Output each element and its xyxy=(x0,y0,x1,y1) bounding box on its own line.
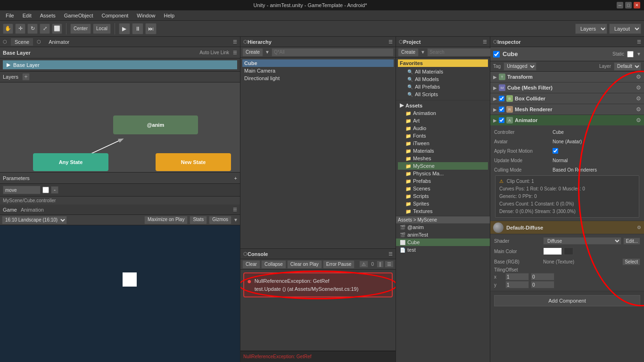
game-panel-menu[interactable]: ▼ xyxy=(233,217,238,222)
stats-btn[interactable]: Stats xyxy=(190,216,207,224)
mesh-filter-header[interactable]: ▶ M Cube (Mesh Filter) ⚙ xyxy=(490,82,644,93)
mesh-renderer-gear[interactable]: ⚙ xyxy=(636,106,641,113)
create-arrow[interactable]: ▼ xyxy=(421,49,425,55)
project-search[interactable] xyxy=(427,48,492,57)
myscene-cube[interactable]: ⬜ Cube xyxy=(396,239,490,246)
animator-menu[interactable]: ☰ xyxy=(233,50,237,55)
rect-tool[interactable]: ⬜ xyxy=(52,24,62,34)
asset-itween[interactable]: 📁 iTween xyxy=(398,140,488,147)
tiling-x-input[interactable] xyxy=(505,273,529,280)
rotate-tool[interactable]: ↻ xyxy=(27,24,38,34)
animation-tab[interactable]: Animation xyxy=(21,207,44,213)
animator-comp-checkbox[interactable] xyxy=(499,117,504,123)
asset-animation[interactable]: 📁 Animation xyxy=(398,109,488,117)
gizmos-btn[interactable]: Gizmos xyxy=(209,216,231,224)
console-collapse-btn[interactable]: ‖ xyxy=(377,261,384,268)
create-button[interactable]: Create xyxy=(242,48,263,57)
myscene-test[interactable]: 📄 test xyxy=(396,246,490,254)
myscene-animtest[interactable]: 🎬 animTest xyxy=(396,231,490,239)
minimize-button[interactable]: ─ xyxy=(617,2,623,8)
menu-window[interactable]: Window xyxy=(133,12,159,19)
fav-all-materials[interactable]: 🔍 All Materials xyxy=(398,68,488,75)
step-button[interactable]: ⏭ xyxy=(145,23,157,34)
add-param-button[interactable]: + xyxy=(234,175,237,181)
box-collider-header[interactable]: ▶ B Box Collider ⚙ xyxy=(490,93,644,104)
state-anim[interactable]: @anim xyxy=(113,115,198,134)
param-name-input[interactable] xyxy=(3,186,41,194)
move-tool[interactable]: ✛ xyxy=(15,24,25,34)
error-pause-button[interactable]: Error Pause xyxy=(323,260,355,269)
hier-cube[interactable]: Cube xyxy=(242,59,394,67)
state-any[interactable]: Any State xyxy=(33,153,108,171)
scene-tab[interactable]: Scene xyxy=(11,38,33,46)
mesh-renderer-header[interactable]: ▶ R Mesh Renderer ⚙ xyxy=(490,104,644,115)
game-menu[interactable]: ☰ xyxy=(233,207,237,212)
param-remove-button[interactable]: - xyxy=(51,186,58,194)
shader-select[interactable]: Diffuse xyxy=(543,237,621,245)
offset-y-input[interactable] xyxy=(531,281,554,288)
fav-all-prefabs[interactable]: 🔍 All Prefabs xyxy=(398,83,488,90)
layers-dropdown[interactable]: Layers xyxy=(575,24,607,34)
mesh-filter-gear[interactable]: ⚙ xyxy=(636,84,641,91)
tiling-y-input[interactable] xyxy=(505,281,529,288)
clear-button[interactable]: Clear xyxy=(242,260,260,269)
asset-sprites[interactable]: 📁 Sprites xyxy=(398,200,488,207)
layout-dropdown[interactable]: Layout xyxy=(609,24,641,34)
assets-header[interactable]: ▶ Assets xyxy=(398,101,488,109)
console-expand-btn[interactable]: ☰ xyxy=(385,261,394,268)
local-button[interactable]: Local xyxy=(93,24,111,34)
scale-tool[interactable]: ⤢ xyxy=(40,24,50,34)
maximize-on-play-btn[interactable]: Maximize on Play xyxy=(144,216,188,224)
menu-edit[interactable]: Edit xyxy=(19,12,35,19)
animator-comp-gear[interactable]: ⚙ xyxy=(636,117,641,123)
hierarchy-menu[interactable]: ☰ xyxy=(388,39,393,44)
menu-file[interactable]: File xyxy=(2,12,18,19)
create-dropdown-arrow[interactable]: ▼ xyxy=(265,49,270,55)
clear-on-play-button[interactable]: Clear on Play xyxy=(287,260,322,269)
inspector-menu[interactable]: ☰ xyxy=(637,39,641,44)
apply-root-checkbox[interactable] xyxy=(553,148,558,154)
add-layer-button[interactable]: + xyxy=(22,73,30,81)
asset-physics[interactable]: 📁 Physics Ma... xyxy=(398,170,488,177)
asset-materials[interactable]: 📁 Materials xyxy=(398,147,488,155)
console-menu[interactable]: ☰ xyxy=(388,251,393,256)
animator-tab[interactable]: Animator xyxy=(45,38,73,46)
close-button[interactable]: ✕ xyxy=(634,2,640,8)
asset-audio[interactable]: 📁 Audio xyxy=(398,124,488,132)
state-new[interactable]: New State xyxy=(156,153,231,171)
offset-x-input[interactable] xyxy=(531,273,554,280)
asset-myscene[interactable]: 📁 MyScene xyxy=(398,162,488,170)
myscene-anim[interactable]: 🎬 @anim xyxy=(396,223,490,231)
menu-gameobject[interactable]: GameObject xyxy=(60,12,97,19)
box-collider-gear[interactable]: ⚙ xyxy=(636,95,641,102)
fav-all-scripts[interactable]: 🔍 All Scripts xyxy=(398,90,488,98)
project-menu[interactable]: ☰ xyxy=(483,39,487,44)
menu-help[interactable]: Help xyxy=(160,12,178,19)
collapse-button[interactable]: Collapse xyxy=(261,260,286,269)
edit-button[interactable]: Edit... xyxy=(623,238,640,245)
tag-select[interactable]: Untagged xyxy=(504,62,537,71)
transform-gear[interactable]: ⚙ xyxy=(636,74,641,80)
state-machine-canvas[interactable]: @anim Any State New State xyxy=(0,82,240,172)
asset-scripts[interactable]: 📁 Scripts xyxy=(398,192,488,200)
game-tab[interactable]: Game xyxy=(3,207,17,213)
maximize-button[interactable]: □ xyxy=(625,2,632,8)
add-component-button[interactable]: Add Component xyxy=(494,295,640,306)
box-collider-checkbox[interactable] xyxy=(499,96,504,101)
hierarchy-search[interactable] xyxy=(272,48,394,57)
transform-header[interactable]: ▶ T Transform ⚙ xyxy=(490,72,644,82)
color-picker-black[interactable] xyxy=(564,247,573,255)
pause-button[interactable]: ⏸ xyxy=(132,23,143,34)
hand-tool[interactable]: ✋ xyxy=(3,24,13,34)
menu-component[interactable]: Component xyxy=(98,12,132,19)
asset-fonts[interactable]: 📁 Fonts xyxy=(398,132,488,140)
animator-comp-header[interactable]: ▶ A Animator ⚙ xyxy=(490,115,644,125)
material-header[interactable]: Default-Diffuse ⚙ xyxy=(490,221,644,234)
fav-all-models[interactable]: 🔍 All Models xyxy=(398,75,488,83)
panel-menu[interactable]: ☰ xyxy=(233,39,237,44)
asset-scenes[interactable]: 📁 Scenes xyxy=(398,185,488,192)
console-error-item[interactable]: ● NullReferenceException: GetRef test.Up… xyxy=(243,272,393,297)
hier-camera[interactable]: Main Camera xyxy=(242,67,394,74)
mesh-renderer-checkbox[interactable] xyxy=(499,107,504,112)
static-checkbox[interactable] xyxy=(627,51,634,58)
